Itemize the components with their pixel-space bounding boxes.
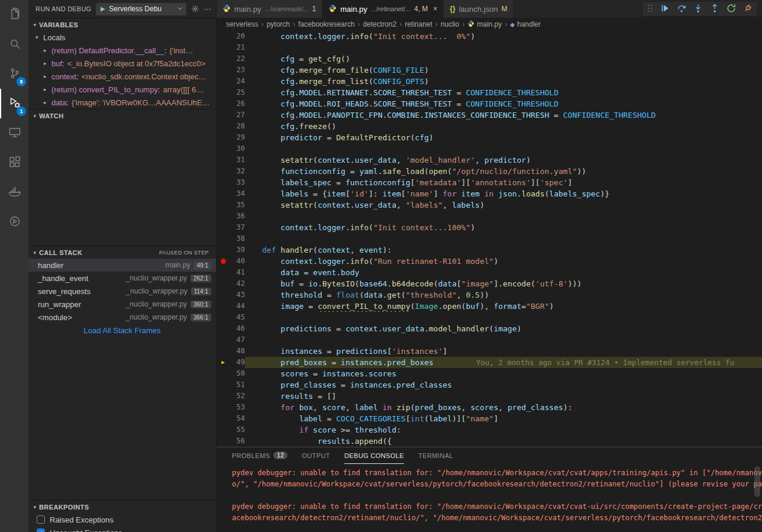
current-line-arrow[interactable]: ▶ <box>217 357 230 368</box>
glyph-margin[interactable] <box>217 199 230 211</box>
restart-button[interactable] <box>727 4 736 15</box>
breadcrumb-item[interactable]: pytorch <box>267 20 290 28</box>
code-line-21[interactable]: 21 <box>217 42 762 53</box>
code-line-35[interactable]: 35 setattr(context.user_data, "labels", … <box>217 199 762 211</box>
glyph-margin[interactable] <box>217 323 230 334</box>
code-line-24[interactable]: 24 cfg.merge_from_list(CONFIG_OPTS) <box>217 76 762 87</box>
code-text[interactable]: setattr(context.user_data, 'model_handle… <box>245 154 762 166</box>
breadcrumb-item[interactable]: nuclio <box>441 20 459 28</box>
glyph-margin[interactable] <box>217 65 230 76</box>
breadcrumb-item[interactable]: retinanet <box>405 20 432 28</box>
glyph-margin[interactable] <box>217 278 230 289</box>
step-into-button[interactable] <box>693 4 703 15</box>
breakpoint-row[interactable]: ✓Uncaught Exceptions <box>28 526 216 532</box>
code-line-44[interactable]: 44 image = convert_PIL_to_numpy(Image.op… <box>217 301 762 312</box>
code-text[interactable]: context.logger.info("Init context...100%… <box>245 222 762 233</box>
glyph-margin[interactable] <box>217 334 230 346</box>
editor-tab-launch.json[interactable]: {}launch.jsonM <box>444 0 514 18</box>
code-text[interactable]: cfg.MODEL.RETINANET.SCORE_THRESH_TEST = … <box>245 87 762 98</box>
code-text[interactable]: instances = predictions['instances'] <box>245 346 762 357</box>
stack-frame[interactable]: <module>_nuclio_wrapper.py366:1 <box>28 311 216 324</box>
breadcrumb-file[interactable]: main.py <box>467 20 502 29</box>
code-line-27[interactable]: 27 cfg.MODEL.PANOPTIC_FPN.COMBINE.INSTAN… <box>217 109 762 121</box>
glyph-margin[interactable] <box>217 143 230 154</box>
code-line-51[interactable]: 51 pred_classes = instances.pred_classes <box>217 379 762 391</box>
variable-row[interactable]: ▸(return) convert_PIL_to_numpy:array([[[… <box>28 83 216 96</box>
continue-button[interactable] <box>660 4 670 15</box>
call-stack-section-header[interactable]: ▾ CALL STACK PAUSED ON STEP <box>28 246 216 259</box>
code-text[interactable]: threshold = float(data.get("threshold", … <box>245 289 762 301</box>
code-line-33[interactable]: 33 labels_spec = functionconfig['metadat… <box>217 177 762 188</box>
code-line-30[interactable]: 30 <box>217 143 762 154</box>
code-line-52[interactable]: 52 results = [] <box>217 391 762 402</box>
code-line-28[interactable]: 28 cfg.freeze() <box>217 121 762 132</box>
glyph-margin[interactable] <box>217 109 230 121</box>
stack-frame[interactable]: _handle_event_nuclio_wrapper.py262:1 <box>28 272 216 285</box>
code-text[interactable] <box>245 312 762 323</box>
glyph-margin[interactable] <box>217 402 230 413</box>
glyph-margin[interactable] <box>217 177 230 188</box>
code-text[interactable] <box>245 42 762 53</box>
code-text[interactable]: def handler(context, event): <box>245 244 762 256</box>
editor-tab-main.py[interactable]: main.py.../siammask/...1 <box>217 0 322 18</box>
code-text[interactable]: data = event.body <box>245 267 762 278</box>
stack-frame[interactable]: handlermain.py49:1 <box>28 259 216 272</box>
code-line-45[interactable]: 45 <box>217 312 762 323</box>
code-text[interactable] <box>245 211 762 222</box>
glyph-margin[interactable] <box>217 233 230 244</box>
code-text[interactable]: pred_boxes = instances.pred_boxesYou, 2 … <box>245 357 762 368</box>
code-line-39[interactable]: 39def handler(context, event): <box>217 244 762 256</box>
debug-config-dropdown[interactable]: Serverless Debu <box>96 3 186 15</box>
code-line-56[interactable]: 56 results.append({ <box>217 436 762 447</box>
code-text[interactable]: context.logger.info("Run retinanet-R101 … <box>245 256 762 267</box>
code-text[interactable]: if score >= threshold: <box>245 424 762 436</box>
checkbox-unchecked[interactable] <box>37 515 45 524</box>
activity-item-run-and-debug[interactable]: 1 <box>0 89 28 118</box>
glyph-margin[interactable] <box>217 42 230 53</box>
code-line-50[interactable]: 50 scores = instances.scores <box>217 368 762 379</box>
variable-row[interactable]: ▸buf:<_io.BytesIO object at 0x7f5a2dc1ec… <box>28 57 216 70</box>
code-text[interactable]: context.logger.info("Init context... 0%"… <box>245 31 762 42</box>
glyph-margin[interactable] <box>217 121 230 132</box>
code-line-31[interactable]: 31 setattr(context.user_data, 'model_han… <box>217 154 762 166</box>
step-out-button[interactable] <box>710 4 719 15</box>
glyph-margin[interactable] <box>217 289 230 301</box>
glyph-margin[interactable] <box>217 222 230 233</box>
code-line-49[interactable]: ▶49 pred_boxes = instances.pred_boxesYou… <box>217 357 762 368</box>
activity-item-search[interactable] <box>0 30 28 59</box>
glyph-margin[interactable] <box>217 76 230 87</box>
code-text[interactable] <box>245 233 762 244</box>
code-text[interactable]: setattr(context.user_data, "labels", lab… <box>245 199 762 211</box>
code-text[interactable]: labels = {item['id']: item['name'] for i… <box>245 188 762 199</box>
scope-locals[interactable]: ▾ Locals <box>28 31 216 44</box>
glyph-margin[interactable] <box>217 301 230 312</box>
glyph-margin[interactable] <box>217 424 230 436</box>
more-actions-icon[interactable]: ··· <box>204 5 211 13</box>
variable-row[interactable]: ▸(return) DefaultPredictor.__call__:{'in… <box>28 44 216 57</box>
glyph-margin[interactable] <box>217 368 230 379</box>
code-line-36[interactable]: 36 <box>217 211 762 222</box>
code-text[interactable]: cfg = get_cfg() <box>245 53 762 65</box>
breakpoint-row[interactable]: Raised Exceptions <box>28 513 216 526</box>
glyph-margin[interactable] <box>217 53 230 65</box>
code-line-22[interactable]: 22 cfg = get_cfg() <box>217 53 762 65</box>
panel-scrollbar[interactable] <box>754 466 760 497</box>
breakpoints-section-header[interactable]: ▾ BREAKPOINTS <box>28 500 216 513</box>
glyph-margin[interactable] <box>217 346 230 357</box>
glyph-margin[interactable] <box>217 31 230 42</box>
code-text[interactable]: cfg.merge_from_file(CONFIG_FILE) <box>245 65 762 76</box>
code-line-23[interactable]: 23 cfg.merge_from_file(CONFIG_FILE) <box>217 65 762 76</box>
code-line-53[interactable]: 53 for box, score, label in zip(pred_box… <box>217 402 762 413</box>
glyph-margin[interactable] <box>217 211 230 222</box>
code-text[interactable] <box>245 143 762 154</box>
code-text[interactable]: pred_classes = instances.pred_classes <box>245 379 762 391</box>
code-text[interactable]: image = convert_PIL_to_numpy(Image.open(… <box>245 301 762 312</box>
activity-item-extensions[interactable] <box>0 148 28 178</box>
code-line-25[interactable]: 25 cfg.MODEL.RETINANET.SCORE_THRESH_TEST… <box>217 87 762 98</box>
code-text[interactable]: label = COCO_CATEGORIES[int(label)]["nam… <box>245 413 762 424</box>
code-line-47[interactable]: 47 <box>217 334 762 346</box>
breadcrumb-item[interactable]: facebookresearch <box>298 20 354 28</box>
code-text[interactable]: cfg.freeze() <box>245 121 762 132</box>
code-text[interactable]: results = [] <box>245 391 762 402</box>
load-all-stack-frames-link[interactable]: Load All Stack Frames <box>28 324 216 337</box>
